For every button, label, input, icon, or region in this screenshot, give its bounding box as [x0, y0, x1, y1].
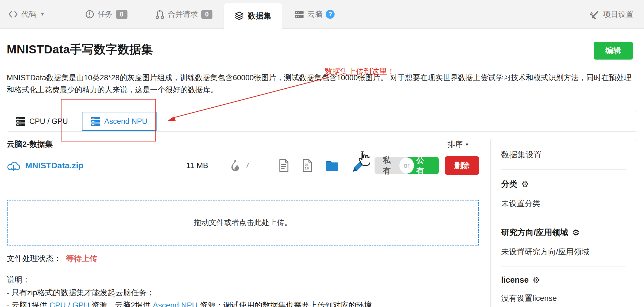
- research-field-value: 未设置研究方向/应用领域: [501, 247, 626, 257]
- main-content: MNISTData手写数字数据集 编辑 MNISTData数据集是由10类28*…: [0, 42, 644, 307]
- hot-count-block: 7: [231, 160, 264, 171]
- svg-text:10: 10: [305, 167, 309, 171]
- license-label: license ⚙: [501, 275, 626, 285]
- sort-label: 排序: [448, 139, 463, 149]
- notes-line-2: - 云脑1提供 CPU / GPU 资源，云脑2提供 Ascend NPU 资源…: [7, 299, 479, 307]
- dataset-file-row: MNISTData.zip 11 MB 7 0110: [7, 156, 479, 182]
- chevron-down-icon: ▼: [40, 12, 45, 17]
- dataset-file-name: MNISTData.zip: [25, 161, 83, 170]
- file-status-label: 文件处理状态：: [7, 254, 61, 263]
- dataset-file-link[interactable]: MNISTData.zip: [7, 160, 178, 171]
- gear-icon[interactable]: ⚙: [532, 276, 540, 284]
- category-label-text: 分类: [501, 179, 517, 190]
- row-action-icons: 0110: [278, 158, 366, 173]
- tab-cpu-gpu[interactable]: CPU / GPU: [16, 117, 68, 126]
- delete-button[interactable]: 删除: [445, 156, 479, 175]
- issues-count-badge: 0: [116, 10, 127, 19]
- nav-tab-datasets-active[interactable]: 数据集: [224, 3, 282, 29]
- nav-item-merge-requests[interactable]: 合并请求 0: [155, 9, 213, 19]
- dataset-list-column: 云脑2-数据集 排序 ▼ MNISTData.zip 11 MB 7: [7, 139, 479, 307]
- category-value: 未设置分类: [501, 198, 626, 209]
- document-icon: [278, 159, 289, 172]
- license-label-text: license: [501, 275, 529, 285]
- nav-item-cloudbrain[interactable]: 云脑 ?: [295, 9, 335, 19]
- top-navigation: 代码 ▼ 任务 0 合并请求 0 数据集 云脑 ? 项目设置: [0, 0, 644, 29]
- nav-item-code[interactable]: 代码 ▼: [8, 9, 45, 19]
- binary-file-icon: 0110: [302, 159, 312, 172]
- server-icon: [295, 10, 304, 18]
- privacy-toggle: 私有 or 公有: [375, 157, 439, 174]
- tab-cpu-gpu-label: CPU / GPU: [29, 117, 68, 126]
- file-detail-action[interactable]: [278, 159, 289, 172]
- file-status-line: 文件处理状态：等待上传: [7, 253, 479, 264]
- cloudbrain2-dataset-heading: 云脑2-数据集: [7, 139, 53, 150]
- dataset-settings-sidebar: 数据集设置 分类 ⚙ 未设置分类 研究方向/应用领域 ⚙ 未设置研究方向/应用领…: [490, 139, 637, 307]
- environment-tabbar: CPU / GPU Ascend NPU: [7, 111, 637, 132]
- nav-issues-label: 任务: [98, 9, 113, 19]
- gear-icon[interactable]: ⚙: [521, 180, 529, 188]
- folder-action[interactable]: [325, 160, 339, 171]
- sort-dropdown[interactable]: 排序 ▼: [448, 139, 469, 149]
- license-value: 没有设置license: [501, 293, 626, 304]
- annotation-upload-note: 数据集上传到这里！: [325, 66, 395, 77]
- page-title: MNISTData手写数字数据集: [7, 42, 153, 57]
- title-row: MNISTData手写数字数据集 编辑: [7, 42, 637, 60]
- notes-line-1: - 只有zip格式的数据集才能发起云脑任务；: [7, 286, 479, 299]
- research-field-label: 研究方向/应用领域 ⚙: [501, 227, 626, 238]
- flame-icon: [231, 160, 240, 171]
- nav-merge-requests-label: 合并请求: [168, 9, 198, 19]
- nav-cloudbrain-label: 云脑: [307, 9, 322, 19]
- layers-icon: [235, 11, 244, 21]
- category-label: 分类 ⚙: [501, 179, 626, 190]
- edit-button[interactable]: 编辑: [594, 42, 633, 60]
- divider: [501, 218, 626, 218]
- nav-item-issues[interactable]: 任务 0: [85, 9, 127, 19]
- tab-ascend-npu-label: Ascend NPU: [104, 117, 148, 126]
- pencil-icon: [352, 158, 366, 173]
- merge-requests-count-badge: 0: [201, 10, 213, 19]
- privacy-or-badge: or: [399, 157, 414, 174]
- server-rack-icon-blue: [91, 117, 100, 126]
- dataset-page: 代码 ▼ 任务 0 合并请求 0 数据集 云脑 ? 项目设置: [0, 0, 644, 307]
- folder-icon: [325, 160, 339, 171]
- dataset-file-size: 11 MB: [178, 161, 217, 170]
- help-icon[interactable]: ?: [326, 10, 335, 19]
- notes-line2-text: 资源，云脑2提供: [89, 301, 153, 307]
- server-rack-icon: [16, 117, 25, 126]
- nav-project-settings-label: 项目设置: [603, 9, 633, 19]
- issue-icon: [85, 10, 94, 19]
- hot-count-value: 7: [245, 161, 250, 170]
- sidebar-title: 数据集设置: [501, 149, 626, 160]
- divider: [501, 266, 626, 266]
- code-icon: [8, 11, 18, 18]
- tools-icon: [590, 9, 600, 19]
- notes-line2-text: 资源；调试使用的数据集也需要上传到对应的环境。: [198, 301, 380, 307]
- sort-caret-icon: ▼: [465, 142, 469, 147]
- upload-dropzone[interactable]: 拖动文件或者点击此处上传。: [7, 200, 479, 245]
- divider: [501, 169, 626, 170]
- dataset-description: MNISTData数据集是由10类28*28的灰度图片组成，训练数据集包含600…: [7, 72, 637, 96]
- gear-icon[interactable]: ⚙: [572, 228, 580, 237]
- nav-item-project-settings[interactable]: 项目设置: [590, 9, 633, 19]
- merge-request-icon: [155, 9, 164, 19]
- cpu-gpu-link[interactable]: CPU / GPU: [49, 301, 89, 307]
- research-field-label-text: 研究方向/应用领域: [501, 227, 568, 238]
- binary-file-action[interactable]: 0110: [302, 159, 312, 172]
- file-status-value: 等待上传: [66, 254, 97, 263]
- notes-heading: 说明：: [7, 273, 479, 286]
- notes-block: 说明： - 只有zip格式的数据集才能发起云脑任务； - 云脑1提供 CPU /…: [7, 273, 479, 307]
- edit-dataset-action[interactable]: [352, 158, 366, 173]
- notes-line2-text: - 云脑1提供: [7, 301, 49, 307]
- cloud-download-icon: [7, 160, 20, 171]
- ascend-npu-link[interactable]: Ascend NPU: [153, 301, 198, 307]
- dataset-list-header: 云脑2-数据集 排序 ▼: [7, 139, 479, 150]
- nav-datasets-label: 数据集: [248, 11, 271, 21]
- nav-code-label: 代码: [21, 9, 36, 19]
- tab-ascend-npu-selected[interactable]: Ascend NPU: [82, 112, 157, 131]
